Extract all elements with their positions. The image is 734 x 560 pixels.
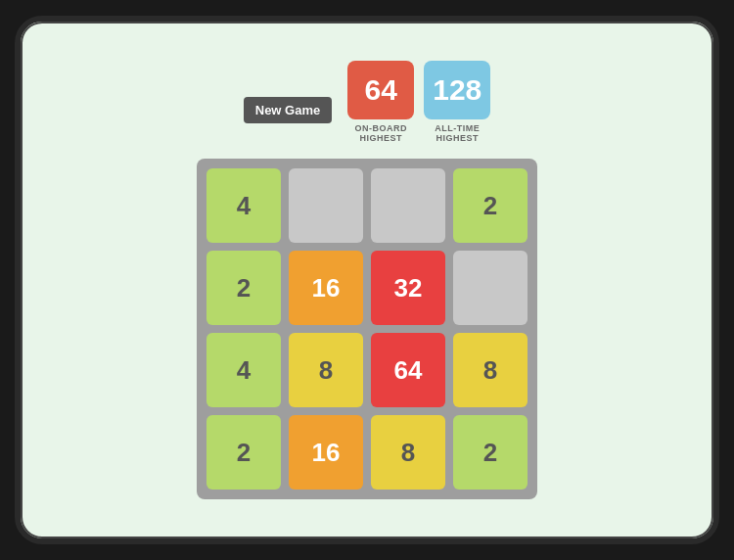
all-time-score-value: 128	[424, 61, 490, 119]
game-grid: 42216324864821682	[197, 159, 537, 499]
tile-r2-c0: 4	[206, 333, 281, 407]
new-game-button[interactable]: New Game	[244, 97, 332, 123]
tile-r0-c1	[289, 168, 363, 243]
tile-r2-c2: 64	[371, 333, 445, 407]
on-board-score-label: ON-BOARDHIGHEST	[354, 123, 407, 143]
game-container: New Game 64 ON-BOARDHIGHEST 128 ALL-TIME…	[197, 61, 537, 499]
all-time-score-box: 128 ALL-TIMEHIGHEST	[424, 61, 490, 143]
score-group: 64 ON-BOARDHIGHEST 128 ALL-TIMEHIGHEST	[347, 61, 490, 143]
tile-r3-c0: 2	[206, 415, 281, 490]
on-board-score-value: 64	[347, 61, 414, 119]
device-frame: New Game 64 ON-BOARDHIGHEST 128 ALL-TIME…	[15, 16, 719, 544]
header: New Game 64 ON-BOARDHIGHEST 128 ALL-TIME…	[244, 61, 490, 143]
tile-r1-c0: 2	[206, 251, 281, 325]
tile-r1-c2: 32	[371, 251, 445, 325]
tile-r3-c1: 16	[289, 415, 363, 490]
tile-r0-c0: 4	[206, 168, 281, 243]
tile-r3-c3: 2	[453, 415, 528, 490]
tile-r0-c2	[371, 168, 445, 243]
all-time-score-label: ALL-TIMEHIGHEST	[435, 123, 480, 143]
tile-r3-c2: 8	[371, 415, 445, 490]
tile-r2-c1: 8	[289, 333, 363, 407]
tile-r0-c3: 2	[453, 168, 528, 243]
on-board-score-box: 64 ON-BOARDHIGHEST	[347, 61, 414, 143]
tile-r1-c3	[453, 251, 528, 325]
tile-r1-c1: 16	[289, 251, 363, 325]
tile-r2-c3: 8	[453, 333, 528, 407]
